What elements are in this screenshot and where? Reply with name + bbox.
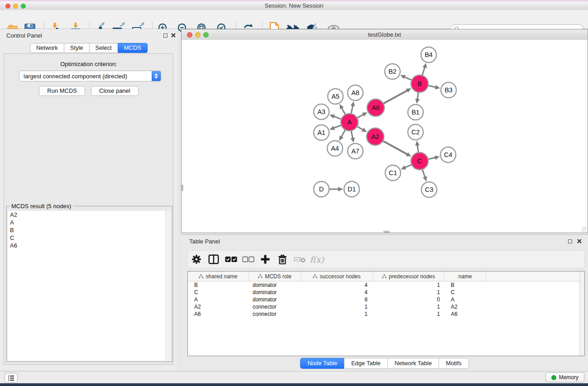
graph-edge-A2-C[interactable] xyxy=(383,141,408,155)
tab-edge-table[interactable]: Edge Table xyxy=(344,358,388,369)
graph-node-A8[interactable]: A8 xyxy=(348,85,363,100)
graph-edge-A-A5[interactable] xyxy=(341,108,345,114)
graph-node-A4[interactable]: A4 xyxy=(327,141,343,156)
graph-node-B3[interactable]: B3 xyxy=(441,82,456,98)
table-cell[interactable]: dominator xyxy=(249,282,301,288)
table-row[interactable]: A2connector11A2 xyxy=(188,303,584,310)
table-cell[interactable]: connector xyxy=(249,304,301,310)
result-list-scrollbar[interactable] xyxy=(165,211,171,361)
graph-node-B4[interactable]: B4 xyxy=(421,47,436,62)
column-header-name[interactable]: name xyxy=(445,272,486,281)
graph-edge-C-C3[interactable] xyxy=(422,170,425,177)
graph-edge-B-B1[interactable] xyxy=(417,93,418,100)
table-cell[interactable]: dominator xyxy=(249,289,301,295)
graph-edge-A-A8[interactable] xyxy=(351,105,353,113)
task-history-button[interactable] xyxy=(5,373,18,383)
graph-edge-A6-B[interactable] xyxy=(384,90,408,103)
table-row[interactable]: A6connector11A6 xyxy=(188,310,584,318)
column-header-predecessor-nodes[interactable]: predecessor nodes xyxy=(373,272,445,281)
graph-edge-B-B4[interactable] xyxy=(422,67,425,75)
graph-edge-A-A3[interactable] xyxy=(333,116,341,119)
optimization-criterion-select[interactable]: largest connected component (directed) xyxy=(19,71,161,81)
mcds-result-item[interactable]: C xyxy=(8,234,171,242)
graph-node-A3[interactable]: A3 xyxy=(314,104,329,119)
table-mode-button[interactable] xyxy=(188,252,205,267)
tab-mcds[interactable]: MCDS xyxy=(118,43,148,53)
graph-node-A2[interactable]: A2 xyxy=(367,128,384,145)
table-row[interactable]: Adominator80A xyxy=(188,296,584,303)
network-window-titlebar[interactable]: testGlobe.txt xyxy=(182,29,588,40)
show-columns-button[interactable] xyxy=(205,252,222,267)
network-graph[interactable]: B4B2BB3A8A5A6A3B1AA1C2A2A4A7C4CC1C3DD1 xyxy=(182,40,588,233)
close-panel-button[interactable] xyxy=(170,32,177,38)
graph-edge-B-B2[interactable] xyxy=(404,76,411,80)
graph-node-B2[interactable]: B2 xyxy=(385,64,400,79)
table-scrollbar[interactable] xyxy=(579,272,584,356)
mcds-result-item[interactable]: A6 xyxy=(8,242,171,249)
graph-edge-C-C2[interactable] xyxy=(417,145,418,152)
table-cell[interactable]: C xyxy=(188,289,249,295)
tab-style[interactable]: Style xyxy=(64,43,90,53)
table-cell[interactable]: A2 xyxy=(188,304,249,310)
table-cell[interactable]: A xyxy=(188,296,249,303)
column-header-shared-name[interactable]: shared name xyxy=(188,272,249,281)
table-cell[interactable]: 1 xyxy=(373,311,445,317)
function-builder-button[interactable]: f(x) xyxy=(308,252,325,267)
table-cell[interactable]: 1 xyxy=(373,282,445,288)
table-cell[interactable]: 4 xyxy=(301,282,373,288)
window-resize-handle[interactable] xyxy=(582,227,587,232)
table-cell[interactable]: dominator xyxy=(249,296,301,303)
delete-rows-button[interactable] xyxy=(291,252,308,267)
table-cell[interactable]: 4 xyxy=(301,289,373,295)
graph-node-C[interactable]: C xyxy=(411,152,428,170)
table-cell[interactable]: C xyxy=(445,289,486,295)
graph-node-A6[interactable]: A6 xyxy=(367,99,384,116)
graph-edge-A-A1[interactable] xyxy=(333,125,341,128)
graph-node-C4[interactable]: C4 xyxy=(440,147,456,162)
mcds-result-list[interactable]: A2ABCA6 xyxy=(8,211,171,361)
tab-network[interactable]: Network xyxy=(30,43,64,53)
graph-edge-A-A2[interactable] xyxy=(357,127,363,130)
graph-edge-A-A7[interactable] xyxy=(351,131,353,139)
graph-node-A7[interactable]: A7 xyxy=(348,143,363,159)
table-row[interactable]: Cdominator41C xyxy=(188,289,584,296)
table-cell[interactable]: 8 xyxy=(301,296,373,303)
tab-network-table[interactable]: Network Table xyxy=(387,358,439,369)
close-table-panel-button[interactable] xyxy=(576,238,583,244)
memory-button[interactable]: Memory xyxy=(545,372,584,382)
graph-node-C2[interactable]: C2 xyxy=(408,124,423,140)
close-panel-action-button[interactable]: Close panel xyxy=(91,86,139,96)
table-cell[interactable]: A6 xyxy=(188,311,249,317)
graph-edge-C-C1[interactable] xyxy=(405,165,411,168)
graph-edge-C-C4[interactable] xyxy=(429,157,436,159)
main-titlebar[interactable]: Session: New Session xyxy=(0,1,588,10)
column-header-MCDS-role[interactable]: MCDS role xyxy=(249,272,301,281)
table-cell[interactable]: 1 xyxy=(301,311,373,317)
mcds-result-item[interactable]: A2 xyxy=(8,211,171,219)
delete-columns-button[interactable] xyxy=(274,252,291,267)
graph-edge-A-A6[interactable] xyxy=(358,114,364,118)
network-canvas[interactable]: B4B2BB3A8A5A6A3B1AA1C2A2A4A7C4CC1C3DD1 xyxy=(182,40,588,233)
tab-motifs[interactable]: Motifs xyxy=(439,358,469,369)
table-cell[interactable]: 1 xyxy=(301,304,373,310)
table-cell[interactable]: connector xyxy=(249,311,301,317)
table-row[interactable]: Bdominator41B xyxy=(188,281,584,289)
graph-node-D1[interactable]: D1 xyxy=(344,181,359,197)
table-cell[interactable]: A2 xyxy=(445,304,486,310)
column-header-successor-nodes[interactable]: successor nodes xyxy=(301,272,373,281)
run-mcds-button[interactable]: Run MCDS xyxy=(39,86,85,96)
graph-node-C1[interactable]: C1 xyxy=(385,165,401,181)
graph-node-B[interactable]: B xyxy=(411,75,428,92)
unselect-all-columns-button[interactable] xyxy=(239,252,257,267)
table-cell[interactable]: B xyxy=(445,282,486,288)
graph-edge-A-A4[interactable] xyxy=(341,130,345,138)
graph-node-B1[interactable]: B1 xyxy=(408,105,423,120)
graph-node-A1[interactable]: A1 xyxy=(314,125,329,140)
tab-select[interactable]: Select xyxy=(89,43,118,53)
table-cell[interactable]: A xyxy=(445,296,486,303)
table-cell[interactable]: A6 xyxy=(445,311,486,317)
tab-node-table[interactable]: Node Table xyxy=(300,358,344,369)
table-cell[interactable]: B xyxy=(188,282,249,288)
create-column-button[interactable] xyxy=(257,252,274,267)
table-cell[interactable]: 0 xyxy=(373,296,445,303)
